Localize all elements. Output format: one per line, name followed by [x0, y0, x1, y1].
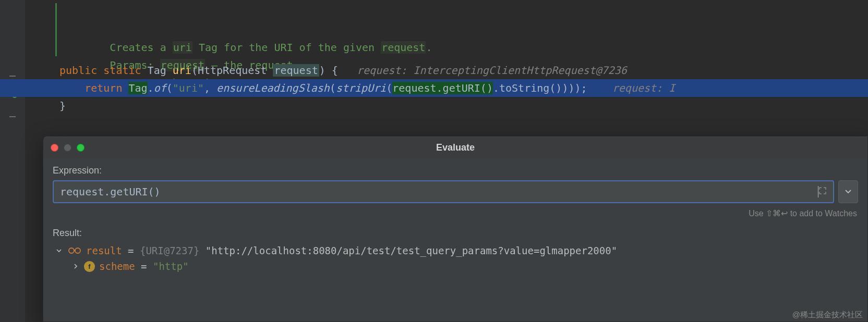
history-dropdown-button[interactable] [838, 180, 858, 203]
svg-point-3 [69, 248, 74, 253]
code-editor[interactable]: Creates a uri Tag for the URI of the giv… [0, 0, 868, 115]
expand-icon[interactable] [818, 187, 827, 197]
dialog-title: Evaluate [43, 142, 867, 153]
expression-input[interactable]: request.getURI() [53, 180, 834, 203]
tree-row-scheme[interactable]: f scheme = "http" [53, 258, 858, 274]
window-zoom-icon[interactable] [77, 144, 85, 152]
result-label: Result: [53, 228, 858, 239]
javadoc-line: Params: request – the request [0, 21, 868, 39]
expression-text[interactable]: request.getURI() [60, 185, 817, 198]
add-to-watches-hint: Use ⇧⌘↩ to add to Watches [53, 208, 857, 218]
field-icon: f [84, 261, 95, 272]
javadoc-line: Creates a uri Tag for the URI of the giv… [0, 3, 868, 21]
method-close-brace: } [0, 97, 868, 115]
watch-glasses-icon [67, 246, 82, 255]
chevron-right-icon[interactable] [71, 262, 80, 270]
watermark: @稀土掘金技术社区 [792, 310, 863, 320]
chevron-down-icon[interactable] [55, 246, 63, 255]
execution-line: return Tag.of("uri", ensureLeadingSlash(… [0, 79, 868, 97]
window-minimize-icon [64, 144, 71, 152]
method-signature-line: public static Tag uri(HttpRequest reques… [0, 61, 868, 79]
svg-rect-2 [9, 116, 16, 117]
window-close-icon[interactable] [51, 144, 58, 152]
result-tree[interactable]: result = {URI@7237} "http://localhost:80… [53, 243, 858, 274]
chevron-down-icon [845, 190, 851, 194]
svg-point-4 [75, 248, 80, 253]
evaluate-dialog: Evaluate Expression: request.getURI() Us… [43, 137, 868, 322]
expression-label: Expression: [53, 165, 858, 176]
dialog-titlebar[interactable]: Evaluate [43, 137, 867, 158]
tree-row-result[interactable]: result = {URI@7237} "http://localhost:80… [53, 243, 858, 258]
javadoc-line: Returns: the uri tag [0, 39, 868, 56]
